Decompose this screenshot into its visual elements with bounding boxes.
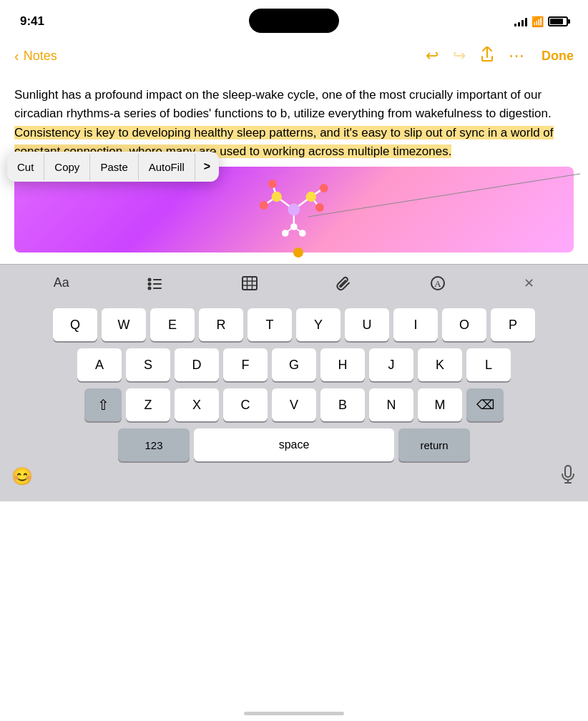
chevron-left-icon: ‹ — [14, 48, 19, 64]
back-button[interactable]: ‹ Notes — [14, 48, 426, 64]
svg-rect-25 — [153, 288, 162, 289]
copy-button[interactable]: Copy — [44, 154, 90, 180]
selection-handle[interactable] — [293, 247, 303, 258]
key-u[interactable]: U — [345, 308, 389, 341]
nav-bar: ‹ Notes ↩ ↪ ⋯ Done — [0, 37, 588, 74]
key-t[interactable]: T — [248, 308, 292, 341]
svg-point-8 — [272, 192, 282, 202]
key-s[interactable]: S — [126, 348, 170, 381]
key-n[interactable]: N — [369, 388, 413, 421]
note-text[interactable]: Sunlight has a profound impact on the sl… — [14, 86, 574, 161]
key-w[interactable]: W — [102, 308, 146, 341]
key-a[interactable]: A — [77, 348, 122, 381]
key-q[interactable]: Q — [53, 308, 97, 341]
key-o[interactable]: O — [442, 308, 486, 341]
svg-rect-26 — [242, 277, 257, 290]
svg-point-22 — [148, 282, 152, 285]
nav-actions: ↩ ↪ ⋯ Done — [426, 46, 574, 66]
svg-point-11 — [268, 180, 277, 188]
more-menu-button[interactable]: > — [195, 153, 219, 180]
more-button[interactable]: ⋯ — [509, 46, 524, 65]
done-button[interactable]: Done — [542, 49, 574, 64]
svg-point-7 — [288, 204, 300, 216]
keyboard-row-3: ⇧ Z X C V B N M ⌫ — [4, 388, 584, 421]
formatting-toolbar: Aa A ✕ — [0, 264, 588, 301]
keyboard-row-1: Q W E R T Y U I O P — [4, 308, 584, 341]
svg-text:A: A — [434, 278, 441, 289]
keyboard-row-bottom: 123 space return — [4, 428, 584, 461]
key-v[interactable]: V — [272, 388, 316, 421]
content-area[interactable]: Cut Copy Paste AutoFill > Sunlight has a… — [0, 74, 588, 264]
key-f[interactable]: F — [223, 348, 268, 381]
key-m[interactable]: M — [418, 388, 462, 421]
undo-button[interactable]: ↩ — [426, 46, 438, 65]
key-l[interactable]: L — [466, 348, 511, 381]
mic-button[interactable] — [559, 464, 577, 489]
key-e[interactable]: E — [150, 308, 195, 341]
table-button[interactable] — [242, 276, 258, 290]
svg-rect-21 — [153, 279, 162, 280]
list-button[interactable] — [147, 276, 163, 290]
keyboard: Q W E R T Y U I O P A S D F G H J K L ⇧ … — [0, 301, 588, 501]
status-time: 9:41 — [20, 14, 44, 29]
svg-rect-23 — [153, 283, 162, 285]
redo-button[interactable]: ↪ — [453, 46, 466, 65]
key-x[interactable]: X — [175, 388, 219, 421]
backspace-key[interactable]: ⌫ — [466, 388, 504, 421]
key-h[interactable]: H — [320, 348, 365, 381]
return-key[interactable]: return — [398, 428, 470, 461]
svg-point-24 — [148, 286, 152, 290]
back-label: Notes — [24, 49, 57, 64]
context-menu: Cut Copy Paste AutoFill > — [7, 152, 219, 182]
paste-button[interactable]: Paste — [90, 154, 138, 180]
key-d[interactable]: D — [175, 348, 219, 381]
svg-point-10 — [260, 201, 268, 210]
key-k[interactable]: K — [418, 348, 462, 381]
svg-line-19 — [308, 174, 580, 217]
text-format-button[interactable]: Aa — [54, 275, 69, 290]
wifi-icon: 📶 — [531, 16, 544, 27]
keyboard-bottom-icons: 😊 — [4, 461, 584, 496]
attach-button[interactable] — [335, 275, 351, 291]
key-j[interactable]: J — [369, 348, 413, 381]
status-icons: 📶 — [514, 16, 568, 27]
emoji-button[interactable]: 😊 — [11, 466, 33, 486]
key-y[interactable]: Y — [296, 308, 340, 341]
battery-icon — [548, 16, 568, 26]
cut-button[interactable]: Cut — [7, 154, 44, 180]
svg-line-17 — [285, 227, 294, 233]
key-p[interactable]: P — [491, 308, 535, 341]
key-z[interactable]: Z — [126, 388, 170, 421]
svg-rect-33 — [565, 466, 571, 477]
signal-icon — [514, 16, 527, 26]
autofill-button[interactable]: AutoFill — [139, 154, 195, 180]
dynamic-island — [249, 9, 339, 33]
close-toolbar-button[interactable]: ✕ — [524, 275, 534, 291]
share-button[interactable] — [480, 46, 494, 66]
numbers-key[interactable]: 123 — [118, 428, 190, 461]
home-indicator — [244, 712, 344, 715]
markup-button[interactable]: A — [430, 275, 446, 291]
shift-key[interactable]: ⇧ — [84, 388, 122, 421]
key-g[interactable]: G — [272, 348, 316, 381]
svg-line-18 — [294, 227, 303, 233]
key-r[interactable]: R — [199, 308, 243, 341]
space-key[interactable]: space — [194, 428, 394, 461]
key-i[interactable]: I — [393, 308, 438, 341]
svg-point-20 — [148, 278, 152, 281]
note-text-normal: Sunlight has a profound impact on the sl… — [14, 88, 552, 120]
keyboard-row-2: A S D F G H J K L — [4, 348, 584, 381]
key-c[interactable]: C — [223, 388, 268, 421]
key-b[interactable]: B — [320, 388, 365, 421]
annotation-container: Mutați punctele de prindere pentru a aju… — [580, 210, 581, 210]
annotation-line-svg — [308, 152, 588, 224]
